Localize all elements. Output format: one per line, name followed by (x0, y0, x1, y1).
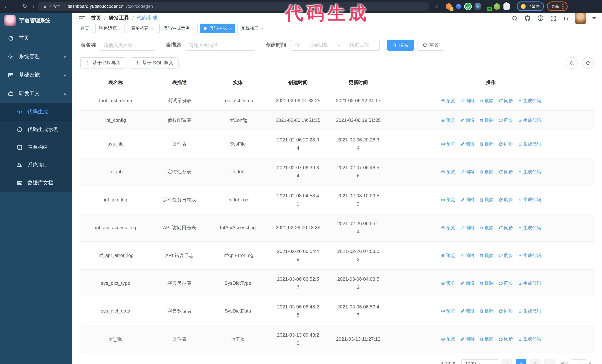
生成代码-action[interactable]: 生成代码 (518, 335, 541, 343)
生成代码-action[interactable]: 生成代码 (518, 224, 541, 231)
bookmark-star-icon[interactable]: ☆ (434, 3, 439, 10)
删除-action[interactable]: 删除 (479, 224, 494, 231)
fullscreen-icon[interactable] (550, 15, 556, 21)
同步-action[interactable]: 同步 (498, 307, 513, 315)
删除-action[interactable]: 删除 (479, 140, 494, 148)
chevron-down-icon[interactable] (592, 17, 596, 21)
sidebar-item-1[interactable]: 系统管理∨ (0, 47, 72, 66)
grid-ext-icon[interactable] (474, 3, 481, 10)
生成代码-action[interactable]: 生成代码 (518, 97, 541, 104)
toggle-search-button[interactable] (566, 57, 578, 69)
删除-action[interactable]: 删除 (479, 252, 494, 260)
search-icon[interactable] (512, 15, 518, 21)
orange-ext-icon[interactable]: 1 (445, 3, 452, 10)
同步-action[interactable]: 同步 (498, 224, 513, 231)
sidebar-subitem-4[interactable]: 数据库文档 (0, 174, 72, 192)
预览-action[interactable]: 预览 (441, 224, 455, 231)
同步-action[interactable]: 同步 (498, 168, 513, 176)
预览-action[interactable]: 预览 (441, 168, 455, 176)
avatar[interactable] (575, 13, 586, 24)
同步-action[interactable]: 同步 (498, 140, 513, 148)
编辑-action[interactable]: 编辑 (460, 280, 474, 287)
同步-action[interactable]: 同步 (498, 196, 513, 204)
next-page-button[interactable]: › (544, 359, 555, 364)
close-icon[interactable]: × (192, 26, 194, 31)
tab-系统接口[interactable]: 系统接口× (237, 24, 267, 33)
tab-链路追踪[interactable]: 链路追踪× (95, 24, 125, 33)
删除-action[interactable]: 删除 (479, 307, 494, 315)
gem-ext-icon[interactable] (455, 3, 462, 10)
page-button-1[interactable]: 1 (516, 359, 527, 364)
sidebar-item-0[interactable]: 首页 (0, 29, 72, 47)
check-ext-icon[interactable] (465, 3, 471, 10)
同步-action[interactable]: 同步 (498, 335, 513, 343)
close-icon[interactable]: × (261, 26, 264, 31)
编辑-action[interactable]: 编辑 (460, 307, 474, 315)
预览-action[interactable]: 预览 (441, 280, 455, 287)
reset-button[interactable]: 重置 (418, 40, 444, 51)
refresh-table-button[interactable] (582, 57, 594, 69)
删除-action[interactable]: 删除 (479, 196, 494, 204)
forward-icon[interactable]: → (13, 3, 19, 9)
tab-代码生成[interactable]: 代码生成× (200, 24, 235, 33)
删除-action[interactable]: 删除 (479, 168, 494, 176)
bot-ext-icon[interactable] (494, 3, 500, 10)
search-button[interactable]: 搜索 (387, 40, 414, 51)
page-size-select[interactable]: 10条/页 (461, 359, 498, 364)
删除-action[interactable]: 删除 (479, 335, 494, 343)
import-db-button[interactable]: 基于 DB 导入 (80, 57, 126, 69)
预览-action[interactable]: 预览 (441, 97, 455, 104)
sidebar-subitem-2[interactable]: 表单构建 (0, 138, 72, 156)
删除-action[interactable]: 删除 (479, 280, 494, 287)
生成代码-action[interactable]: 生成代码 (518, 252, 541, 260)
同步-action[interactable]: 同步 (498, 252, 513, 260)
sidebar-subitem-3[interactable]: 系统接口 (0, 156, 72, 174)
预览-action[interactable]: 预览 (441, 140, 455, 148)
import-sql-button[interactable]: 基于 SQL 导入 (130, 57, 179, 69)
生成代码-action[interactable]: 生成代码 (518, 168, 541, 176)
goto-page-input[interactable] (572, 359, 586, 364)
生成代码-action[interactable]: 生成代码 (518, 280, 541, 287)
编辑-action[interactable]: 编辑 (460, 335, 474, 343)
close-icon[interactable]: × (151, 26, 153, 31)
page-button-2[interactable]: 2 (530, 359, 540, 364)
编辑-action[interactable]: 编辑 (460, 97, 474, 104)
dark-ext-icon[interactable]: on (484, 3, 490, 10)
删除-action[interactable]: 删除 (479, 117, 494, 124)
close-icon[interactable]: × (119, 26, 121, 31)
编辑-action[interactable]: 编辑 (460, 168, 474, 176)
生成代码-action[interactable]: 生成代码 (518, 196, 541, 204)
kebab-menu-icon[interactable] (562, 4, 563, 9)
tab-代码生成示例[interactable]: 代码生成示例× (159, 24, 198, 33)
编辑-action[interactable]: 编辑 (460, 117, 474, 124)
hamburger-icon[interactable] (78, 14, 86, 22)
puzzle-ext-icon[interactable] (503, 3, 510, 10)
编辑-action[interactable]: 编辑 (460, 140, 474, 148)
预览-action[interactable]: 预览 (441, 117, 455, 124)
生成代码-action[interactable]: 生成代码 (518, 307, 541, 315)
home-icon[interactable]: ⌂ (31, 3, 34, 9)
同步-action[interactable]: 同步 (498, 280, 513, 287)
breadcrumb-item[interactable]: 研发工具 (108, 15, 129, 21)
sidebar-subitem-0[interactable]: 代码生成 (0, 103, 72, 121)
back-icon[interactable]: ← (4, 3, 10, 9)
sidebar-subitem-1[interactable]: 代码生成示例 (0, 121, 72, 138)
tab-首页[interactable]: 首页 (77, 24, 93, 33)
sidebar-item-2[interactable]: 基础设施∨ (0, 66, 72, 84)
生成代码-action[interactable]: 生成代码 (518, 140, 541, 148)
reload-icon[interactable]: ↻ (22, 3, 27, 9)
tab-表单构建[interactable]: 表单构建× (127, 24, 157, 33)
breadcrumb-item[interactable]: 首页 (91, 15, 101, 21)
编辑-action[interactable]: 编辑 (460, 224, 474, 231)
预览-action[interactable]: 预览 (441, 335, 455, 343)
table-name-input[interactable] (100, 40, 155, 51)
删除-action[interactable]: 删除 (479, 97, 494, 104)
prev-page-button[interactable]: ‹ (502, 359, 512, 364)
update-button[interactable]: 更新 (547, 1, 567, 11)
编辑-action[interactable]: 编辑 (460, 252, 474, 260)
table-desc-input[interactable] (185, 40, 255, 51)
预览-action[interactable]: 预览 (441, 196, 455, 204)
sidebar-item-3[interactable]: 研发工具∧ (0, 84, 72, 103)
security-warning[interactable]: ▲ 不安全 (43, 3, 61, 9)
address-bar[interactable]: ▲ 不安全 dashboard.yudao.iocoder.cn /tool/c… (37, 2, 429, 11)
